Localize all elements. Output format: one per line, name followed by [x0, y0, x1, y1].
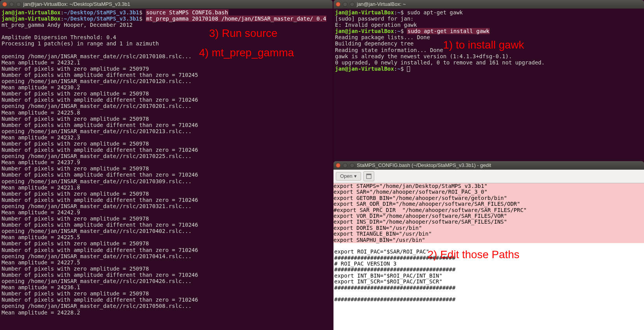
- prompt-user: jan@jan-VirtualBox: [2, 9, 61, 16]
- close-icon[interactable]: [336, 163, 340, 168]
- cmd-aptget1: sudo apt-get gawk: [407, 9, 462, 16]
- close-icon[interactable]: [2, 2, 7, 7]
- terminal-right-output1: [sudo] password for jan: E: Invalid oper…: [335, 16, 417, 28]
- cursor-icon: [407, 66, 410, 72]
- gedit-plain-lines: export ROI_PAC="$SAR/ROI_PAC" ##########…: [333, 243, 644, 303]
- cmd-source: source StaMPS_CONFIG.bash: [146, 9, 229, 16]
- cmd-mtprep: mt_prep_gamma 20170108 /home/jan/INSAR_m…: [146, 16, 327, 22]
- terminal-left: jan@jan-VirtualBox: ~/Desktop/StaMPS_v3.…: [0, 0, 333, 330]
- gedit-window: StaMPS_CONFIG.bash (~/Desktop/StaMPS_v3.…: [333, 161, 644, 330]
- close-icon[interactable]: [336, 2, 340, 7]
- gedit-titlebar[interactable]: StaMPS_CONFIG.bash (~/Desktop/StaMPS_v3.…: [333, 161, 644, 170]
- cmd-aptget2: sudo apt-get install gawk: [407, 28, 490, 34]
- minimize-icon[interactable]: [343, 2, 347, 7]
- maximize-icon[interactable]: [16, 2, 21, 7]
- minimize-icon[interactable]: [343, 163, 347, 168]
- terminal-right-output2: Reading package lists... Done Building d…: [335, 34, 545, 65]
- new-tab-button[interactable]: [363, 171, 374, 181]
- terminal-right-titlebar[interactable]: jan@jan-VirtualBox: ~: [333, 0, 644, 9]
- prompt-path: ~/Desktop/StaMPS_v3.3b1: [64, 9, 139, 16]
- terminal-left-body[interactable]: jan@jan-VirtualBox:~/Desktop/StaMPS_v3.3…: [0, 9, 333, 330]
- terminal-left-titlebar[interactable]: jan@jan-VirtualBox: ~/Desktop/StaMPS_v3.…: [0, 0, 333, 9]
- gedit-highlighted-lines: export STAMPS="/home/jan/Desktop/StaMPS_…: [333, 183, 644, 243]
- gedit-title: StaMPS_CONFIG.bash (~/Desktop/StaMPS_v3.…: [357, 163, 491, 168]
- maximize-icon[interactable]: [350, 163, 354, 168]
- chevron-down-icon: ▾: [354, 174, 357, 179]
- svg-rect-1: [367, 174, 371, 175]
- maximize-icon[interactable]: [350, 2, 354, 7]
- new-tab-icon: [366, 174, 372, 179]
- minimize-icon[interactable]: [9, 2, 14, 7]
- terminal-right-title: jan@jan-VirtualBox: ~: [357, 2, 406, 7]
- gedit-body[interactable]: export STAMPS="/home/jan/Desktop/StaMPS_…: [333, 183, 644, 330]
- open-button[interactable]: Open ▾: [336, 172, 361, 181]
- terminal-right-body[interactable]: jan@jan-VirtualBox:~$ sudo apt-get gawk …: [333, 9, 644, 161]
- terminal-left-title: jan@jan-VirtualBox: ~/Desktop/StaMPS_v3.…: [23, 2, 130, 7]
- gedit-toolbar: Open ▾: [333, 170, 644, 183]
- terminal-left-output: mt_prep_gamma Andy Hooper, December 2012…: [2, 22, 198, 315]
- terminal-right: jan@jan-VirtualBox: ~ jan@jan-VirtualBox…: [333, 0, 644, 161]
